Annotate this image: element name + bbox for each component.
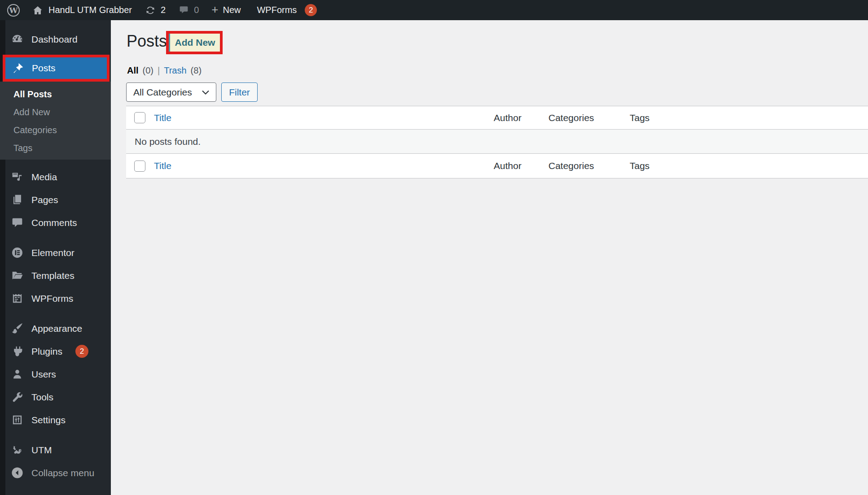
folder-icon (11, 269, 24, 282)
sort-title-link-bottom[interactable]: Title (154, 161, 171, 171)
main-content: Posts Add New All (0) | Trash (8) All Ca… (111, 20, 868, 495)
sidebar-item-label: Templates (31, 270, 75, 281)
new-label: New (223, 5, 241, 15)
sidebar-item-label: Comments (31, 217, 77, 228)
sliders-icon (11, 413, 24, 426)
sidebar-item-label: Tools (31, 392, 53, 403)
admin-sidebar: Dashboard Posts All Posts Add New Catego… (0, 20, 111, 495)
sidebar-item-label: WPForms (31, 293, 73, 304)
table-header-row: Title Author Categories Tags (126, 106, 868, 130)
sidebar-item-posts[interactable]: Posts (5, 57, 107, 79)
submenu-item-tags[interactable]: Tags (0, 139, 111, 157)
plugin-icon (11, 345, 24, 358)
sidebar-item-label: Settings (31, 415, 66, 426)
wpforms-link[interactable]: WPForms 2 (247, 0, 323, 20)
sidebar-item-utm[interactable]: UTM (0, 439, 111, 461)
comment-count: 0 (194, 5, 199, 15)
sidebar-item-pages[interactable]: Pages (0, 188, 111, 211)
sidebar-item-dashboard[interactable]: Dashboard (0, 28, 111, 51)
brush-icon (11, 322, 24, 335)
sidebar-item-label: Media (31, 172, 57, 182)
sidebar-item-elementor[interactable]: Elementor (0, 241, 111, 264)
footer-categories-cell: Categories (548, 161, 630, 171)
site-name: HandL UTM Grabber (48, 5, 132, 15)
view-all-link[interactable]: All (127, 65, 139, 76)
category-select[interactable]: All Categories (126, 82, 216, 102)
sidebar-item-label: Plugins (31, 346, 62, 357)
footer-tags-cell: Tags (630, 161, 868, 171)
sidebar-item-label: UTM (31, 445, 52, 456)
pages-icon (11, 193, 24, 206)
header-tags-cell: Tags (630, 113, 868, 123)
sidebar-item-comments[interactable]: Comments (0, 211, 111, 234)
wpforms-label: WPForms (257, 5, 297, 15)
site-link[interactable]: HandL UTM Grabber (26, 0, 138, 20)
posts-submenu: All Posts Add New Categories Tags (0, 82, 111, 160)
submenu-item-categories[interactable]: Categories (0, 121, 111, 139)
update-count: 2 (161, 5, 166, 15)
add-new-button[interactable]: Add New (169, 34, 220, 52)
user-icon (11, 368, 24, 381)
view-trash-count: (8) (191, 65, 202, 76)
filter-toolbar: All Categories Filter (126, 82, 258, 102)
filter-button[interactable]: Filter (221, 82, 258, 102)
post-status-views: All (0) | Trash (8) (127, 65, 202, 76)
submenu-item-add-new[interactable]: Add New (0, 103, 111, 121)
wordpress-menu[interactable]: W (0, 0, 26, 20)
admin-bar: W HandL UTM Grabber 2 0 + New WPForms 2 (0, 0, 868, 20)
footer-title-cell: Title (154, 161, 494, 171)
plugins-badge: 2 (75, 345, 88, 358)
column-label: Tags (630, 113, 649, 123)
annotation-box-posts: Posts (3, 55, 110, 82)
chevron-down-icon (202, 90, 210, 95)
updates-link[interactable]: 2 (138, 0, 172, 20)
column-label: Author (494, 113, 522, 123)
header-checkbox-cell (126, 112, 154, 123)
sidebar-item-appearance[interactable]: Appearance (0, 317, 111, 340)
sidebar-item-plugins[interactable]: Plugins 2 (0, 340, 111, 363)
dashboard-icon (11, 33, 24, 46)
comment-bubble-icon (178, 4, 189, 16)
sidebar-item-templates[interactable]: Templates (0, 264, 111, 287)
column-label: Author (494, 161, 522, 171)
collapse-menu-button[interactable]: Collapse menu (0, 461, 111, 484)
collapse-menu-label: Collapse menu (31, 468, 94, 478)
sidebar-item-media[interactable]: Media (0, 165, 111, 188)
wpforms-icon (11, 292, 24, 305)
sidebar-item-label: Pages (31, 195, 58, 205)
comments-link[interactable]: 0 (172, 0, 205, 20)
sidebar-item-wpforms[interactable]: WPForms (0, 287, 111, 310)
sidebar-item-users[interactable]: Users (0, 363, 111, 386)
sidebar-item-label: Elementor (31, 248, 75, 258)
media-icon (11, 170, 24, 183)
select-all-checkbox[interactable] (134, 112, 145, 123)
wrench-icon (11, 391, 24, 404)
sidebar-item-label: Appearance (31, 323, 82, 334)
new-content-link[interactable]: + New (205, 0, 247, 20)
view-separator: | (158, 65, 160, 76)
footer-author-cell: Author (494, 161, 548, 171)
view-trash-link[interactable]: Trash (164, 65, 186, 76)
empty-message: No posts found. (126, 136, 201, 147)
updates-icon (145, 4, 156, 16)
sort-title-link[interactable]: Title (154, 113, 171, 123)
submenu-item-all-posts[interactable]: All Posts (0, 85, 111, 103)
header-title-cell: Title (154, 113, 494, 123)
category-select-value: All Categories (133, 87, 192, 98)
annotation-box-add-new: Add New (166, 31, 223, 54)
pin-icon (11, 62, 24, 75)
sidebar-item-tools[interactable]: Tools (0, 386, 111, 408)
wpforms-badge: 2 (305, 4, 317, 16)
footer-checkbox-cell (126, 161, 154, 172)
header-categories-cell: Categories (548, 113, 630, 123)
posts-table: Title Author Categories Tags No posts fo… (126, 106, 868, 178)
table-footer-row: Title Author Categories Tags (126, 154, 868, 178)
sidebar-item-settings[interactable]: Settings (0, 408, 111, 431)
column-label: Tags (630, 161, 649, 171)
home-icon (32, 5, 43, 16)
comments-icon (11, 216, 24, 229)
select-all-checkbox-bottom[interactable] (134, 161, 145, 172)
view-all-count: (0) (143, 65, 153, 76)
sidebar-item-label: Users (31, 369, 56, 380)
page-title: Posts (127, 32, 167, 51)
